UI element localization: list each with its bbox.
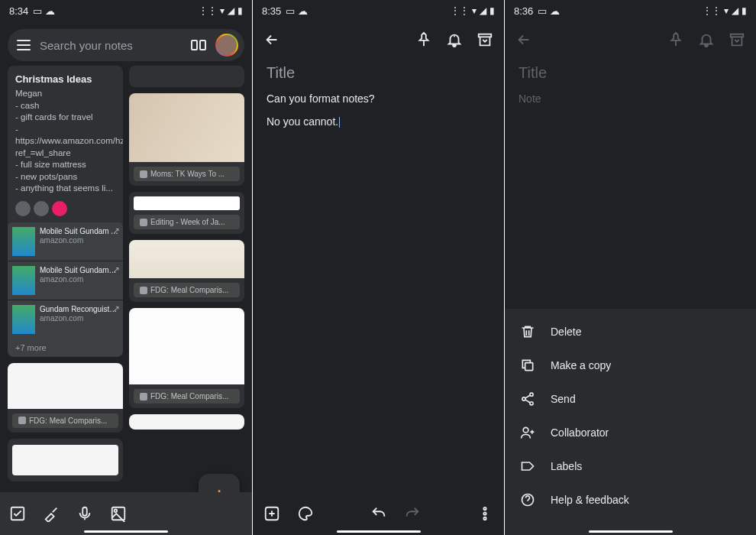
archive-icon[interactable] <box>729 31 745 48</box>
svg-rect-4 <box>479 34 492 37</box>
checkbox-icon[interactable] <box>9 505 26 522</box>
back-icon[interactable] <box>515 31 532 48</box>
reminder-icon[interactable] <box>446 31 463 48</box>
link-chip[interactable]: FDG: Meal Comparis... <box>12 413 118 428</box>
signal-icon: ◢ <box>732 5 738 16</box>
link-chip[interactable]: FDG: Meal Comparis... <box>134 389 240 404</box>
wifi-icon: ▾ <box>472 5 477 16</box>
more-icon[interactable] <box>477 505 493 522</box>
link-chip[interactable]: FDG: Meal Comparis... <box>134 283 240 297</box>
screen-note-menu: 8:36 ▭ ☁ ⋮⋮ ▾ ◢ ▮ Title Note Delete Make… <box>504 0 756 535</box>
note-editor[interactable]: Title Note <box>505 58 756 111</box>
open-link-icon[interactable]: ↗ <box>112 225 120 236</box>
note-card[interactable] <box>8 439 123 481</box>
note-editor[interactable]: Title Can you format notes? No you canno… <box>253 58 504 144</box>
note-text[interactable]: No you cannot. <box>267 115 490 128</box>
cast-icon: ▭ <box>33 5 42 17</box>
svg-rect-1 <box>82 507 87 516</box>
wifi-icon: ▾ <box>724 5 729 16</box>
trash-icon <box>520 324 535 339</box>
link-thumb <box>12 227 35 256</box>
note-image <box>8 363 123 409</box>
svg-point-3 <box>115 510 118 513</box>
search-input[interactable]: Search your notes <box>40 39 182 52</box>
cast-icon: ▭ <box>286 5 295 17</box>
link-preview[interactable]: Mobile Suit Gundam Thun...amazon.com ↗ <box>8 261 123 300</box>
label-icon <box>520 459 535 474</box>
status-bar: 8:35 ▭ ☁ ⋮⋮ ▾ ◢ ▮ <box>253 0 504 21</box>
bottom-sheet-menu: Delete Make a copy Send Collaborator Lab… <box>505 309 756 535</box>
menu-help[interactable]: Help & feedback <box>505 483 756 517</box>
note-card[interactable] <box>129 66 244 87</box>
battery-icon: ▮ <box>237 5 243 16</box>
copy-icon <box>520 358 535 373</box>
link-chip[interactable]: Moms: TK Ways To ... <box>134 167 240 181</box>
link-preview[interactable]: Mobile Suit Gundam Age ...amazon.com ↗ <box>8 222 123 261</box>
note-card[interactable]: Editing - Week of Ja... <box>129 192 244 234</box>
pin-icon[interactable] <box>667 31 684 48</box>
back-icon[interactable] <box>263 31 280 48</box>
svg-rect-9 <box>731 34 744 37</box>
help-icon <box>520 492 535 507</box>
mic-icon[interactable] <box>76 505 93 522</box>
note-card[interactable] <box>129 414 244 430</box>
view-toggle-icon[interactable] <box>191 40 206 50</box>
pin-icon[interactable] <box>415 31 432 48</box>
connection-icon: ⋮⋮ <box>451 5 469 16</box>
gesture-bar[interactable] <box>84 530 168 533</box>
account-avatar[interactable] <box>215 34 238 57</box>
undo-icon[interactable] <box>370 505 387 522</box>
text-cursor <box>339 117 340 128</box>
note-image <box>129 93 244 162</box>
wifi-icon: ▾ <box>220 5 225 16</box>
redo-icon[interactable] <box>404 505 421 522</box>
svg-rect-10 <box>525 363 533 371</box>
brush-icon[interactable] <box>43 505 60 522</box>
doc-icon <box>18 417 26 424</box>
open-link-icon[interactable]: ↗ <box>112 303 120 314</box>
note-card[interactable]: FDG: Meal Comparis... <box>129 240 244 302</box>
note-card[interactable]: Christmas Ideas Megan - cash - gift card… <box>8 66 123 357</box>
svg-point-14 <box>523 427 528 433</box>
menu-collaborator[interactable]: Collaborator <box>505 416 756 449</box>
cast-icon: ▭ <box>538 5 547 17</box>
bottom-toolbar <box>0 492 252 535</box>
menu-icon[interactable] <box>17 40 31 50</box>
note-text[interactable]: Can you format notes? <box>267 92 490 105</box>
add-icon[interactable] <box>263 505 280 522</box>
clock: 8:36 <box>514 5 533 17</box>
editor-bottom-bar <box>253 492 504 535</box>
archive-icon[interactable] <box>477 31 493 48</box>
status-bar: 8:36 ▭ ☁ ⋮⋮ ▾ ◢ ▮ <box>505 0 756 21</box>
note-card[interactable]: Moms: TK Ways To ... <box>129 93 244 186</box>
cloud-icon: ☁ <box>550 5 560 17</box>
body-input[interactable]: Note <box>519 92 742 105</box>
link-preview[interactable]: Gundam Reconguista i...amazon.com ↗ <box>8 300 123 339</box>
note-image <box>129 308 244 384</box>
link-chip[interactable]: Editing - Week of Ja... <box>134 215 240 229</box>
collaborators <box>15 201 115 216</box>
note-card[interactable]: FDG: Meal Comparis... <box>8 363 123 433</box>
title-input[interactable]: Title <box>519 64 742 82</box>
reminder-icon[interactable] <box>698 31 715 48</box>
note-image <box>134 196 240 210</box>
note-card[interactable]: FDG: Meal Comparis... <box>129 308 244 408</box>
search-bar[interactable]: Search your notes <box>8 29 244 61</box>
doc-icon <box>140 219 147 226</box>
title-input[interactable]: Title <box>267 64 490 82</box>
menu-delete[interactable]: Delete <box>505 315 756 349</box>
palette-icon[interactable] <box>297 505 314 522</box>
gesture-bar[interactable] <box>337 530 421 533</box>
notes-grid: Christmas Ideas Megan - cash - gift card… <box>0 66 252 494</box>
battery-icon: ▮ <box>741 5 747 16</box>
menu-labels[interactable]: Labels <box>505 449 756 483</box>
note-image <box>129 240 244 278</box>
gesture-bar[interactable] <box>589 530 673 533</box>
menu-send[interactable]: Send <box>505 382 756 416</box>
image-icon[interactable] <box>110 505 127 522</box>
menu-copy[interactable]: Make a copy <box>505 349 756 382</box>
open-link-icon[interactable]: ↗ <box>112 264 120 275</box>
more-links[interactable]: +7 more <box>8 339 123 357</box>
link-title: Mobile Suit Gundam Thun... <box>40 266 118 275</box>
signal-icon: ◢ <box>480 5 486 16</box>
